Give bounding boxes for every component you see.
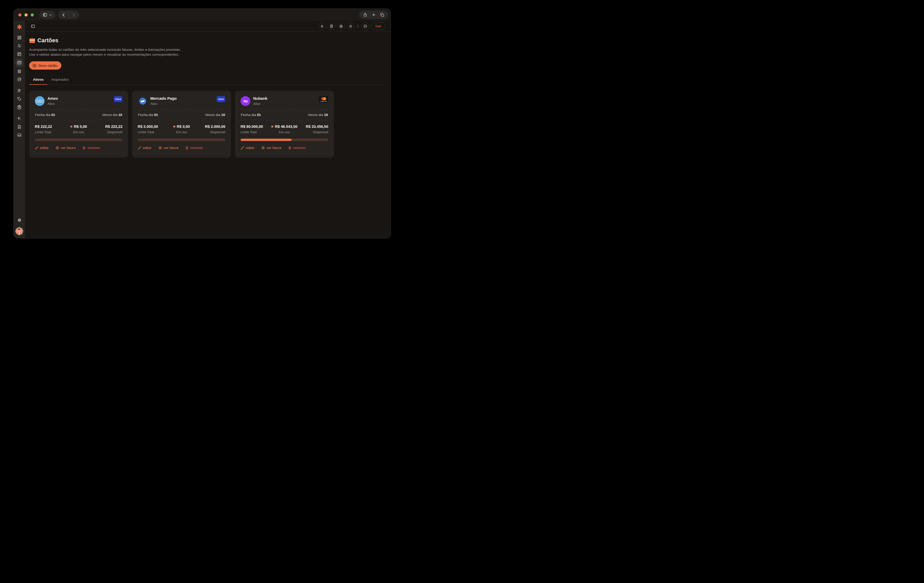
new-card-button[interactable]: Novo cartão (29, 61, 61, 69)
card-avatar: AMEX (35, 96, 45, 106)
logout-button[interactable]: Sair (371, 22, 385, 30)
tag-icon (17, 97, 21, 101)
bank-icon (17, 69, 21, 74)
view-invoice-button[interactable]: ver fatura (158, 146, 178, 150)
user-avatar[interactable] (15, 227, 23, 235)
in-use-label: Em uso (64, 130, 93, 134)
sidebar-item-ai-assistant[interactable] (15, 115, 23, 122)
pencil-icon (35, 146, 38, 150)
sidebar-item-contacts[interactable] (15, 87, 23, 95)
calculator-icon (330, 24, 333, 28)
card-brand: VISA mastercard (216, 96, 225, 102)
sidebar-item-bank[interactable] (15, 67, 23, 75)
transfer-arrows-icon (17, 44, 21, 48)
sidebar-item-notes[interactable] (15, 103, 23, 111)
card-header: Mercado Pago Ativo VISA mastercard (138, 96, 225, 106)
card-name: Amex (48, 96, 58, 100)
sidebar-item-transactions[interactable] (15, 42, 23, 50)
mastercard-badge: mastercard (319, 96, 328, 103)
calculator-button[interactable] (328, 22, 335, 30)
share-icon[interactable] (363, 13, 367, 17)
tab-arquivados[interactable]: Arquivados (48, 75, 73, 84)
in-use-value: R$ 0,00 (64, 125, 93, 128)
sidebar-item-reports[interactable] (15, 123, 23, 131)
copy-tabs-icon[interactable] (380, 13, 384, 17)
eye-target-icon (55, 146, 59, 150)
sidebar-toggle-control[interactable] (40, 11, 55, 19)
edit-card-button[interactable]: editar (35, 146, 49, 150)
card-status: Ativo (150, 102, 177, 106)
close-window-button[interactable] (18, 13, 21, 16)
sidebar-item-subscriptions[interactable] (15, 131, 23, 139)
notifications-button[interactable] (318, 22, 326, 30)
in-use-value: R$ 0,00 (167, 125, 196, 128)
sidebar-item-calendar[interactable] (15, 50, 23, 58)
tabs: Ativos Arquivados (29, 75, 386, 85)
stat-limit: R$ 2.000,00 Limite Total (138, 125, 167, 134)
calendar-icon (17, 52, 21, 56)
sidebar-item-cards[interactable] (15, 59, 23, 67)
traffic-lights (18, 13, 34, 16)
card-usage-progress (241, 139, 328, 141)
sidebar-item-performance[interactable] (15, 76, 23, 83)
card: Mercado Pago Ativo VISA mastercard Fecha… (132, 91, 231, 158)
card: nu Nubank Ativo VISA mastercard Fecha di… (235, 91, 334, 158)
dashed-divider (241, 120, 328, 120)
stat-available: R$ 222,22 Disponível (93, 125, 122, 134)
tab-ativos[interactable]: Ativos (29, 75, 48, 84)
limit-label: Limite Total (35, 130, 64, 134)
trend-circle-icon (17, 77, 21, 82)
handshake-logo (139, 98, 146, 104)
sidebar-item-tags[interactable] (15, 95, 23, 103)
in-use-label: Em uso (167, 130, 196, 134)
zoom-window-button[interactable] (31, 13, 34, 16)
eye-target-icon (158, 146, 162, 150)
feedback-button[interactable] (361, 22, 369, 30)
forward-icon[interactable] (71, 12, 76, 18)
sidebar-item-settings[interactable] (15, 216, 23, 224)
view-invoice-button[interactable]: ver fatura (55, 146, 76, 150)
trash-icon (288, 146, 292, 150)
card-usage-progress (138, 139, 225, 141)
card-actions: editar ver fatura remover (35, 146, 122, 150)
card: AMEX Amex Ativo VISA mastercard Fecha di… (29, 91, 128, 158)
available-value: R$ 33.456,50 (299, 125, 328, 128)
card-header: AMEX Amex Ativo VISA mastercard (35, 96, 122, 106)
sun-icon (348, 24, 353, 28)
dashboard-icon (17, 35, 21, 40)
privacy-eye-button[interactable] (337, 22, 345, 30)
mastercard-circles (321, 97, 326, 100)
card-days-row: Fecha dia 01 Vence dia 10 (241, 110, 328, 120)
remove-card-button[interactable]: remover (288, 146, 306, 150)
card-brand: VISA mastercard (319, 96, 328, 103)
dashed-divider (35, 120, 122, 120)
minimize-window-button[interactable] (25, 13, 28, 16)
stat-available: R$ 2.000,00 Disponível (196, 125, 225, 134)
edit-card-button[interactable]: editar (138, 146, 152, 150)
view-invoice-button[interactable]: ver fatura (261, 146, 281, 150)
remove-card-button[interactable]: remover (82, 146, 100, 150)
limit-label: Limite Total (241, 130, 270, 134)
theme-toggle-button[interactable] (347, 22, 355, 30)
in-use-dot (70, 125, 73, 128)
back-icon[interactable] (61, 12, 66, 18)
card-stats: R$ 80.000,00 Limite Total R$ 46.543,50 E… (241, 125, 328, 134)
edit-card-button[interactable]: editar (241, 146, 254, 150)
card-avatar (138, 96, 147, 106)
due-day: Vence dia 10 (308, 113, 328, 117)
new-tab-icon[interactable] (371, 13, 376, 17)
panel-toggle-icon[interactable] (31, 24, 35, 29)
card-header: nu Nubank Ativo VISA mastercard (241, 96, 328, 106)
card-avatar: nu (241, 96, 250, 106)
in-use-value: R$ 46.543,50 (270, 125, 299, 128)
users-icon (17, 88, 21, 93)
card-avatar-text: AMEX (36, 100, 43, 102)
sidebar-item-dashboard[interactable] (15, 34, 23, 41)
eye-target-icon (261, 146, 265, 150)
card-days-row: Fecha dia 01 Vence dia 10 (138, 110, 225, 120)
stat-in-use: R$ 46.543,50 Em uso (270, 125, 299, 134)
page-content: Cartões Acompanhe todas os cartões do mê… (25, 32, 391, 158)
asterisk-logo-icon (17, 24, 22, 30)
card-brand: VISA mastercard (114, 96, 122, 102)
remove-card-button[interactable]: remover (185, 146, 203, 150)
